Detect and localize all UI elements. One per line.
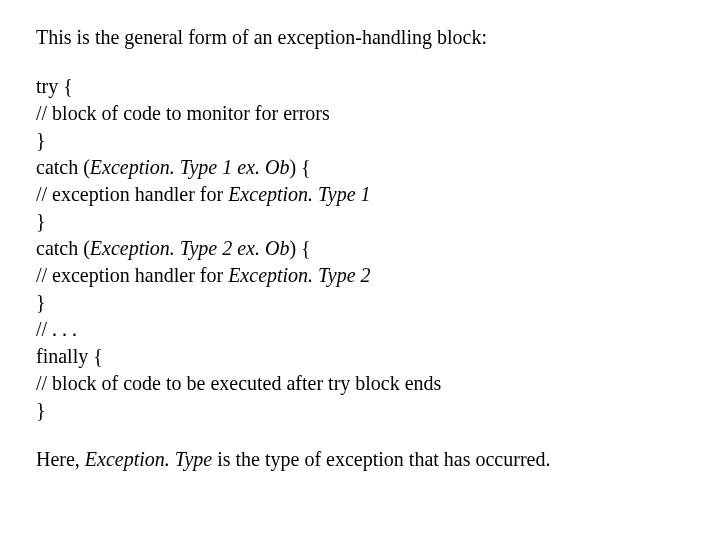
- code-line: // exception handler for Exception. Type…: [36, 181, 720, 208]
- code-line: catch (Exception. Type 1 ex. Ob) {: [36, 154, 720, 181]
- code-line: }: [36, 208, 720, 235]
- code-text: // exception handler for: [36, 183, 228, 205]
- intro-text: This is the general form of an exception…: [36, 24, 720, 51]
- code-italic: Exception. Type 1 ex. Ob: [90, 156, 290, 178]
- outro-part: Here,: [36, 448, 85, 470]
- code-text: catch (: [36, 237, 90, 259]
- code-block: try { // block of code to monitor for er…: [36, 73, 720, 424]
- code-text: // exception handler for: [36, 264, 228, 286]
- code-line: // block of code to monitor for errors: [36, 100, 720, 127]
- code-text: catch (: [36, 156, 90, 178]
- code-text: ) {: [289, 237, 310, 259]
- code-italic: Exception. Type 2: [228, 264, 370, 286]
- code-line: // block of code to be executed after tr…: [36, 370, 720, 397]
- outro-italic: Exception. Type: [85, 448, 217, 470]
- code-line: }: [36, 127, 720, 154]
- outro-text: Here, Exception. Type is the type of exc…: [36, 446, 720, 473]
- code-line: // . . .: [36, 316, 720, 343]
- code-line: try {: [36, 73, 720, 100]
- code-italic: Exception. Type 2 ex. Ob: [90, 237, 290, 259]
- code-italic: Exception. Type 1: [228, 183, 370, 205]
- code-line: }: [36, 289, 720, 316]
- code-text: ) {: [289, 156, 310, 178]
- code-line: catch (Exception. Type 2 ex. Ob) {: [36, 235, 720, 262]
- code-line: finally {: [36, 343, 720, 370]
- code-line: }: [36, 397, 720, 424]
- outro-part: is the type of exception that has occurr…: [217, 448, 550, 470]
- code-line: // exception handler for Exception. Type…: [36, 262, 720, 289]
